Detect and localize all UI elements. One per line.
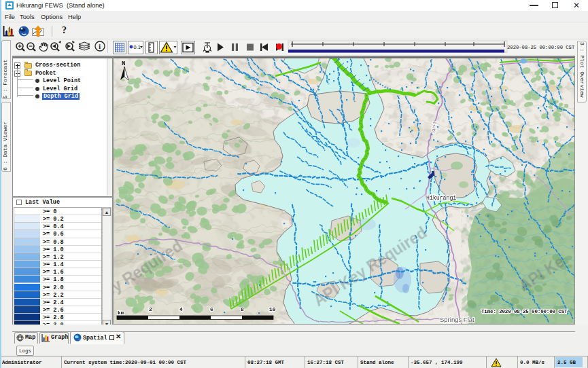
svg-text:8: 8 — [241, 306, 244, 312]
svg-text:Hikurangi: Hikurangi — [426, 195, 456, 201]
svg-text:Springs Flat: Springs Flat — [440, 316, 474, 323]
svg-text:i: i — [99, 43, 101, 50]
svg-text:km: km — [118, 310, 124, 316]
svg-text:N: N — [122, 60, 125, 67]
svg-text:10: 10 — [269, 306, 276, 312]
svg-text:2: 2 — [149, 306, 152, 312]
svg-text:0.1: 0.1 — [134, 44, 141, 50]
svg-text:Time: 2020-08-25 00:00:00 CST: Time: 2020-08-25 00:00:00 CST — [481, 309, 568, 314]
svg-text:4: 4 — [179, 306, 183, 312]
svg-text:6: 6 — [210, 306, 213, 312]
